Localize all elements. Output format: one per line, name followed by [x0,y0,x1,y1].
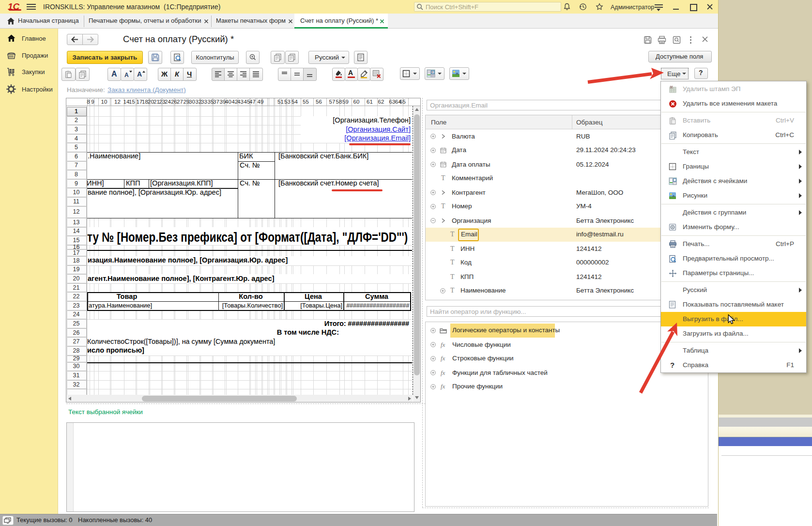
svg-text:R: R [432,71,434,74]
